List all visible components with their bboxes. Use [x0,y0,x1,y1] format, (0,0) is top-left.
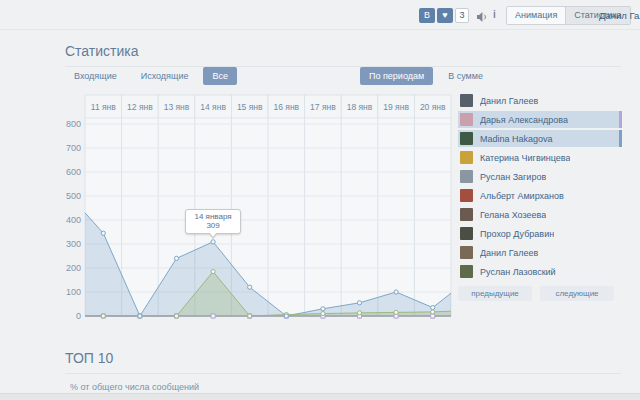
user-menu[interactable]: Данил Галеев ▾ [599,10,640,21]
list-item[interactable]: Альберт Амирханов [458,187,622,204]
next-page-button[interactable]: следующие [540,286,614,301]
y-axis-label: 400 [66,215,81,225]
avatar [460,94,473,107]
mode-filter-group: По периодамВ сумме [360,67,492,85]
series-blue-marker [174,256,178,260]
mode-filter-button[interactable]: В сумме [439,67,492,85]
series-blue-marker [357,301,361,305]
chart-canvas[interactable]: 11 янв12 янв13 янв14 янв15 янв16 янв17 я… [60,92,452,345]
y-axis-label: 700 [66,143,81,153]
x-axis-label: 14 янв [200,102,226,112]
direction-filter-group: ВходящиеИсходящиеВсе [65,67,237,85]
tooltip-value: 309 [188,221,238,230]
series-green-marker [357,311,361,315]
series-purple-marker [211,314,215,318]
series-green-marker [211,270,215,274]
list-item-name: Дарья Александрова [480,115,568,125]
y-axis-label: 0 [76,311,81,321]
user-name: Данил Галеев [599,10,640,21]
messages-chart: 11 янв12 янв13 янв14 янв15 янв16 янв17 я… [60,92,452,345]
direction-filter-button[interactable]: Все [203,67,237,85]
x-axis-label: 15 янв [237,102,263,112]
avatar [460,227,473,240]
top10-subtitle: % от общего числа сообщений [70,382,621,392]
y-axis-label: 800 [66,119,81,129]
list-item-name: Руслан Лазовский [480,267,556,277]
series-blue-marker [284,314,288,318]
direction-filter-button[interactable]: Исходящие [132,67,198,85]
list-item[interactable]: Данил Галеев [458,244,622,261]
series-green-marker [248,314,252,318]
x-axis-label: 13 янв [164,102,190,112]
y-axis-label: 600 [66,167,81,177]
top10-section: ТОП 10 % от общего числа сообщений [65,350,621,392]
series-green-marker [174,314,178,318]
series-color-bar [619,130,622,147]
avatar [460,208,473,221]
list-item-name: Madina Hakagova [480,134,553,144]
list-item-name: Данил Галеев [480,96,538,106]
series-blue-marker [211,240,215,244]
series-blue-marker [101,231,105,235]
list-item[interactable]: Руслан Лазовский [458,263,622,280]
list-item-name: Гелана Хозеева [480,210,546,220]
y-axis-label: 100 [66,287,81,297]
info-icon[interactable]: i [493,9,496,20]
speaker-icon[interactable] [476,9,488,27]
series-blue-marker [394,290,398,294]
tooltip-date: 14 января [188,212,238,221]
vk-logo-button[interactable]: В [419,8,435,23]
x-axis-label: 20 янв [420,102,446,112]
avatar [460,246,473,259]
avatar [460,132,473,145]
avatar [460,151,473,164]
avatar [460,170,473,183]
x-axis-label: 12 янв [127,102,153,112]
statistics-page: В ♥ 3 i Анимация Статистика Данил Галеев… [0,0,640,400]
x-axis-label: 11 янв [91,102,116,112]
x-axis-label: 17 янв [310,102,336,112]
top10-title: ТОП 10 [65,350,621,374]
y-axis-label: 500 [66,191,81,201]
list-item[interactable]: Руслан Загиров [458,168,622,185]
y-axis-label: 200 [66,263,81,273]
list-item-name: Руслан Загиров [480,172,546,182]
list-item[interactable]: Дарья Александрова [458,111,622,128]
friends-list: Данил ГалеевДарья АлександроваMadina Hak… [458,92,622,280]
tab-animation[interactable]: Анимация [507,7,565,24]
list-item[interactable]: Гелана Хозеева [458,206,622,223]
mode-filter-button[interactable]: По периодам [360,67,433,85]
series-blue-marker [138,314,142,318]
pagination: предыдущие следующие [458,286,622,301]
avatar [460,189,473,202]
footer-strip [0,393,640,400]
series-blue-marker [431,306,435,310]
series-blue-marker [321,307,325,311]
series-green-marker [431,310,435,314]
y-axis-label: 300 [66,239,81,249]
list-item[interactable]: Прохор Дубравин [458,225,622,242]
previous-page-button[interactable]: предыдущие [458,286,532,301]
x-axis-label: 18 янв [347,102,373,112]
chart-tooltip: 14 января 309 [185,209,241,234]
series-green-marker [101,314,105,318]
title-section: Статистика [65,43,621,67]
avatar [460,265,473,278]
x-axis-label: 16 янв [273,102,299,112]
list-item[interactable]: Катерина Чигвинцева [458,149,622,166]
series-blue-marker [248,285,252,289]
notification-counter[interactable]: 3 [455,8,469,23]
list-item[interactable]: Данил Галеев [458,92,622,109]
page-title: Статистика [65,43,621,59]
series-green-marker [321,312,325,316]
avatar [460,113,473,126]
top-bar: В ♥ 3 i Анимация Статистика Данил Галеев… [0,0,640,30]
list-item-name: Катерина Чигвинцева [480,153,570,163]
list-item-name: Альберт Амирханов [480,191,564,201]
list-item[interactable]: Madina Hakagova [458,130,622,147]
direction-filter-button[interactable]: Входящие [65,67,126,85]
series-purple-marker [431,314,435,318]
series-color-bar [619,111,622,128]
list-item-name: Данил Галеев [480,248,538,258]
heart-icon[interactable]: ♥ [437,8,453,23]
